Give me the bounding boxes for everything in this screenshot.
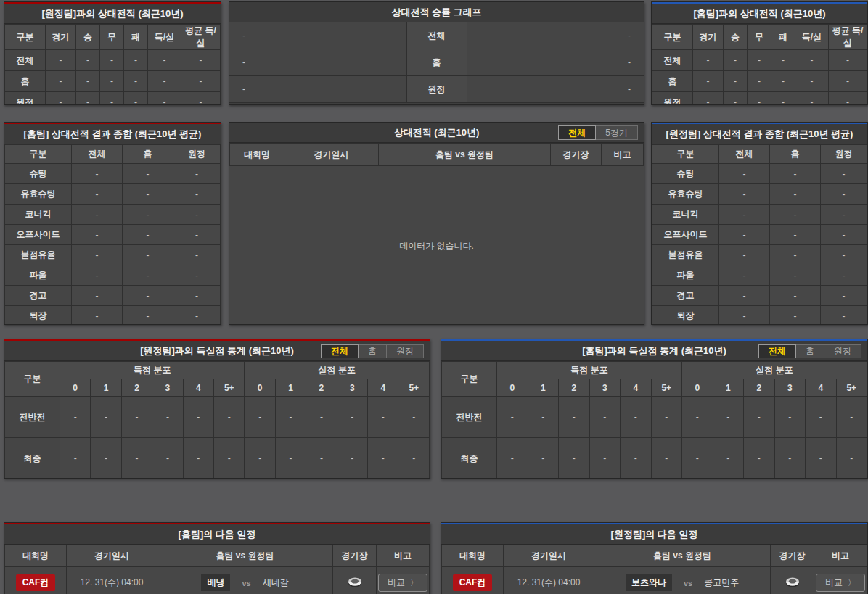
row-label: 홈 [652, 71, 693, 92]
stat-cell: - [713, 438, 744, 479]
bin-header: 5+ [836, 379, 867, 397]
corner-header: 구분 [442, 362, 497, 397]
table-row: 유효슈팅 - - - [5, 184, 221, 205]
stat-cell: - [100, 92, 124, 106]
bins-header-row: 0 1 2 3 4 5+ 0 1 2 3 4 5+ [442, 379, 867, 397]
stat-cell: - [719, 164, 770, 184]
col-header: 경기일시 [504, 545, 594, 567]
stat-cell: - [770, 225, 821, 245]
compare-button[interactable]: 비교 〉 [378, 574, 427, 592]
winrate-left-value: - [229, 49, 406, 75]
stat-cell: - [123, 306, 173, 326]
stat-cell: - [748, 50, 771, 71]
bin-header: 3 [589, 379, 621, 397]
tab-all[interactable]: 전체 [758, 344, 796, 358]
stat-cell: - [275, 397, 306, 438]
stat-cell: - [123, 265, 173, 286]
stat-cell: - [821, 184, 867, 205]
row-label: 원정 [652, 92, 693, 106]
tab-away[interactable]: 원정 [386, 344, 424, 358]
stat-cell: - [806, 397, 837, 438]
stat-cell: - [693, 50, 724, 71]
compare-button-label: 비교 [825, 577, 843, 589]
h2h-home-table: 구분 경기 승 무 패 득/실 평균 득/실 전체 - - - - - [652, 24, 867, 105]
table-row: 볼점유율 - - - [5, 245, 221, 265]
tab-away[interactable]: 원정 [824, 344, 861, 358]
competition-badge: CAF컵 [16, 574, 56, 591]
col-header: 경기장 [333, 545, 377, 567]
header-row: 구분 경기 승 무 패 득/실 평균 득/실 [5, 25, 221, 50]
stat-cell: - [821, 265, 867, 286]
panel-title: [원정팀]과의 득실점 통계 (최근10년) 전체 홈 원정 [4, 341, 430, 361]
stat-cell: - [148, 71, 181, 92]
bin-header: 4 [806, 379, 837, 397]
winrate-left-value: - [229, 22, 406, 49]
panel-title-text: 상대전적 (최근10년) [394, 126, 480, 139]
panel-schedule-away: [원정팀]의 다음 일정 대회명 경기일시 홈팀 vs 원정팀 경기장 비고 C… [441, 522, 868, 594]
compare-button[interactable]: 비교 〉 [816, 574, 865, 592]
schedule-away-table: 대회명 경기일시 홈팀 vs 원정팀 경기장 비고 CAF컵 12. 31(수)… [441, 545, 867, 594]
stat-cell: - [76, 50, 100, 71]
h2h-stats-page: [원정팀]과의 상대전적 (최근10년) 구분 경기 승 무 패 득/실 평균 … [0, 0, 868, 594]
table-row: 전반전 - - - - - - - - - - - - [442, 397, 867, 438]
stat-cell: - [72, 164, 123, 184]
col-header: 경기장 [551, 144, 602, 166]
table-row: 경고 - - - [652, 286, 867, 306]
stat-cell: - [123, 245, 173, 265]
winrate-right-value: - [467, 49, 644, 75]
stat-cell: - [806, 438, 837, 479]
stat-cell: - [770, 164, 821, 184]
summary-away-table: 구분 전체 홈 원정 슈팅 - - - 유효슈팅 - [652, 144, 867, 325]
stat-cell: - [173, 184, 221, 205]
panel-goal-stats-away: [원정팀]과의 득실점 통계 (최근10년) 전체 홈 원정 구분 득점 분포 … [4, 339, 430, 479]
tab-home[interactable]: 홈 [358, 344, 387, 358]
stat-cell: - [123, 286, 173, 306]
panel-title: [홈팀]과의 상대전적 (최근10년) [652, 4, 867, 24]
panel-title-text: 상대전적 승률 그래프 [391, 6, 481, 19]
stat-cell: - [306, 397, 337, 438]
bin-header: 2 [559, 379, 590, 397]
bin-header: 1 [528, 379, 559, 397]
stat-cell: - [72, 184, 123, 205]
corner-header: 구분 [5, 362, 60, 397]
row-label: 경고 [5, 286, 72, 306]
summary-home-table: 구분 전체 홈 원정 슈팅 - - - 유효슈팅 - [4, 144, 221, 325]
table-row: 원정 - - - - - - [5, 92, 221, 106]
chevron-right-icon: 〉 [410, 577, 418, 588]
col-header: 홈팀 vs 원정팀 [594, 545, 771, 567]
stat-cell: - [152, 438, 183, 479]
col-header: 경기장 [771, 545, 814, 567]
stat-cell: - [744, 397, 775, 438]
stat-cell: - [497, 438, 528, 479]
chevron-right-icon: 〉 [848, 577, 856, 588]
goal-stats-home-table: 구분 득점 분포 실점 분포 0 1 2 3 4 5+ 0 1 2 3 4 5+ [441, 361, 867, 479]
col-header: 홈팀 vs 원정팀 [379, 144, 551, 166]
tab-home[interactable]: 홈 [795, 344, 824, 358]
stat-cell: - [72, 205, 123, 225]
stat-cell: - [559, 438, 590, 479]
stat-cell: - [183, 438, 213, 479]
tab-all[interactable]: 전체 [321, 344, 359, 358]
tab-5-games[interactable]: 5경기 [595, 125, 638, 140]
row-label: 유효슈팅 [652, 184, 719, 205]
stat-cell: - [724, 71, 748, 92]
panel-title-text: [홈팀]의 다음 일정 [179, 528, 256, 541]
row-label: 파울 [5, 265, 72, 286]
panel-title: [원정팀]의 다음 일정 [441, 524, 867, 545]
stat-cell: - [124, 92, 148, 106]
tab-all[interactable]: 전체 [558, 125, 596, 140]
winrate-row-label: 원정 [406, 76, 467, 102]
panel-title: [원정팀]과의 상대전적 (최근10년) [4, 4, 221, 24]
stat-cell: - [821, 225, 867, 245]
col-header: 구분 [5, 25, 46, 50]
panel-title-text: [원정팀]과의 득실점 통계 (최근10년) [140, 345, 294, 358]
stat-cell: - [72, 306, 123, 326]
panel-h2h-home: [홈팀]과의 상대전적 (최근10년) 구분 경기 승 무 패 득/실 평균 득… [651, 1, 868, 105]
empty-message: 데이터가 없습니다. [229, 166, 644, 325]
stat-cell: - [173, 265, 221, 286]
bin-header: 4 [621, 379, 652, 397]
matchup: 베냉 vs 세네갈 [157, 574, 332, 591]
stat-cell: - [821, 245, 867, 265]
stat-cell: - [770, 306, 821, 326]
table-row: 슈팅 - - - [652, 164, 867, 184]
